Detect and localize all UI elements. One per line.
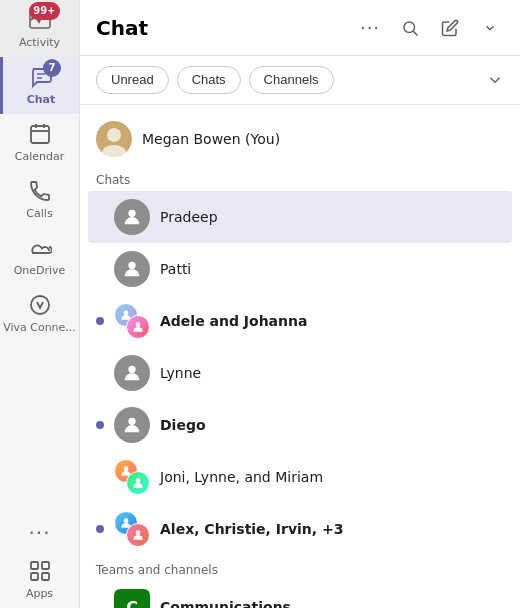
sidebar-item-apps[interactable]: Apps	[0, 551, 79, 608]
adele-johanna-row[interactable]: Adele and Johanna	[80, 295, 520, 347]
sidebar-item-viva-label: Viva Conne...	[3, 321, 76, 334]
calendar-icon-wrap	[28, 122, 52, 146]
communications-name: Communications	[160, 599, 504, 608]
page-title: Chat	[96, 16, 356, 40]
filter-bar: Unread Chats Channels	[80, 56, 520, 105]
more-icon-wrap: ···	[28, 523, 50, 543]
sidebar-item-chat-label: Chat	[27, 93, 56, 106]
apps-icon-wrap	[28, 559, 52, 583]
joni-lynne-miriam-row[interactable]: Joni, Lynne, and Miriam	[80, 451, 520, 503]
patti-row[interactable]: Patti	[80, 243, 520, 295]
filter-chats[interactable]: Chats	[177, 66, 241, 94]
header: Chat ···	[80, 0, 520, 56]
communications-avatar: C	[114, 589, 150, 608]
filter-expand-button[interactable]	[486, 71, 504, 89]
pradeep-row[interactable]: Pradeep	[88, 191, 512, 243]
megan-avatar	[96, 121, 132, 157]
main-content: Chat ···	[80, 0, 520, 608]
chevron-down-icon	[483, 21, 497, 35]
viva-icon-wrap	[28, 293, 52, 317]
person-icon	[121, 362, 143, 384]
filter-channels[interactable]: Channels	[249, 66, 334, 94]
svg-point-21	[128, 418, 135, 425]
sidebar-item-calendar[interactable]: Calendar	[0, 114, 79, 171]
communications-row[interactable]: C Communications	[80, 581, 520, 608]
diego-avatar	[114, 407, 150, 443]
search-button[interactable]	[396, 14, 424, 42]
sidebar-item-activity-label: Activity	[19, 36, 60, 49]
svg-point-20	[128, 366, 135, 373]
more-options-button[interactable]: ···	[356, 14, 384, 42]
header-actions: ···	[356, 14, 504, 42]
svg-point-22	[124, 467, 129, 472]
expand-button[interactable]	[476, 14, 504, 42]
adele-johanna-name: Adele and Johanna	[160, 313, 504, 329]
joni-avatar	[114, 459, 150, 495]
svg-rect-10	[42, 573, 49, 580]
sidebar-item-calls[interactable]: Calls	[0, 171, 79, 228]
diego-name: Diego	[160, 417, 504, 433]
svg-line-12	[413, 31, 417, 35]
pradeep-name: Pradeep	[160, 209, 504, 225]
alex-christie-irvin-name: Alex, Christie, Irvin, +3	[160, 521, 504, 537]
sidebar-item-onedrive-label: OneDrive	[14, 264, 66, 277]
svg-point-25	[136, 531, 141, 536]
compose-button[interactable]	[436, 14, 464, 42]
alex-christie-irvin-row[interactable]: Alex, Christie, Irvin, +3	[80, 503, 520, 555]
adele-johanna-unread-dot	[96, 317, 104, 325]
svg-point-17	[128, 262, 135, 269]
svg-point-11	[404, 22, 415, 33]
svg-point-14	[107, 128, 121, 142]
search-icon	[401, 19, 419, 37]
sidebar-item-calls-label: Calls	[26, 207, 52, 220]
diego-unread-dot	[96, 421, 104, 429]
lynne-avatar	[114, 355, 150, 391]
chats-section-label: Chats	[80, 165, 520, 191]
apps-icon	[28, 559, 52, 583]
sidebar-item-viva[interactable]: Viva Conne...	[0, 285, 79, 342]
svg-point-24	[124, 519, 129, 524]
sidebar-item-more[interactable]: ···	[0, 515, 79, 551]
teams-channels-section-label: Teams and channels	[80, 555, 520, 581]
more-dots-icon: ···	[28, 523, 50, 543]
svg-point-19	[136, 323, 141, 328]
svg-rect-7	[31, 562, 38, 569]
alex-unread-dot	[96, 525, 104, 533]
alex-avatar	[114, 511, 150, 547]
compose-icon	[441, 19, 459, 37]
person-icon	[121, 258, 143, 280]
onedrive-icon	[28, 236, 52, 260]
filter-unread[interactable]: Unread	[96, 66, 169, 94]
more-options-icon: ···	[360, 17, 380, 38]
calendar-icon	[28, 122, 52, 146]
patti-avatar	[114, 251, 150, 287]
person-icon	[121, 414, 143, 436]
calls-icon	[28, 179, 52, 203]
megan-bowen-row[interactable]: Megan Bowen (You)	[80, 113, 520, 165]
svg-point-18	[124, 311, 129, 316]
adele-johanna-avatar	[114, 303, 150, 339]
svg-rect-3	[31, 126, 49, 143]
chat-icon-wrap: 7	[29, 65, 53, 89]
sidebar-item-onedrive[interactable]: OneDrive	[0, 228, 79, 285]
sidebar-item-activity[interactable]: 99+ Activity	[0, 0, 79, 57]
lynne-row[interactable]: Lynne	[80, 347, 520, 399]
chat-list: Megan Bowen (You) Chats Pradeep	[80, 105, 520, 608]
lynne-name: Lynne	[160, 365, 504, 381]
activity-icon-wrap: 99+	[28, 8, 52, 32]
megan-avatar-icon	[96, 121, 132, 157]
sidebar-item-chat[interactable]: 7 Chat	[0, 57, 79, 114]
activity-badge: 99+	[29, 2, 59, 20]
sidebar-item-apps-label: Apps	[26, 587, 53, 600]
svg-point-23	[136, 479, 141, 484]
person-icon	[121, 206, 143, 228]
sidebar-item-calendar-label: Calendar	[15, 150, 64, 163]
onedrive-icon-wrap	[28, 236, 52, 260]
diego-row[interactable]: Diego	[80, 399, 520, 451]
svg-rect-9	[31, 573, 38, 580]
sidebar: 99+ Activity 7 Chat Calendar	[0, 0, 80, 608]
joni-lynne-miriam-name: Joni, Lynne, and Miriam	[160, 469, 504, 485]
calls-icon-wrap	[28, 179, 52, 203]
megan-bowen-name: Megan Bowen (You)	[142, 131, 504, 147]
svg-rect-8	[42, 562, 49, 569]
